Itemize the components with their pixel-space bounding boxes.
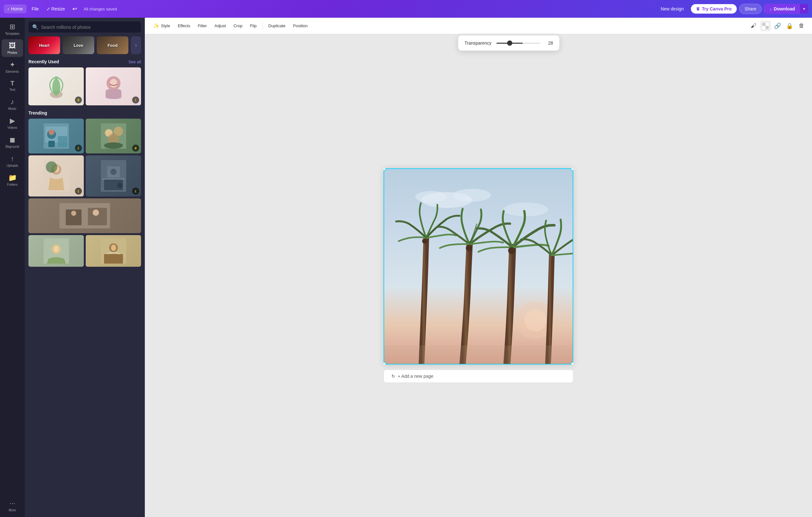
sidebar-item-label: Music bbox=[8, 107, 17, 110]
category-food-label: Food bbox=[108, 43, 118, 48]
elements-icon: ✦ bbox=[9, 61, 15, 69]
see-all-button[interactable]: See all bbox=[128, 59, 141, 64]
duplicate-button[interactable]: Duplicate bbox=[265, 22, 289, 30]
search-icon: 🔍 bbox=[32, 24, 38, 30]
sidebar-item-label: Folders bbox=[7, 183, 18, 186]
recently-used-photo-2[interactable]: £ bbox=[86, 67, 141, 105]
trending-photo-2[interactable]: ♛ bbox=[86, 119, 141, 154]
palm-svg bbox=[383, 168, 573, 364]
sidebar-item-label: Videos bbox=[8, 126, 17, 129]
style-label: Style bbox=[161, 23, 170, 28]
sidebar-item-templates[interactable]: ⊞ Templates bbox=[2, 20, 23, 38]
svg-point-30 bbox=[53, 246, 59, 252]
resize-button[interactable]: ⤢ Resize bbox=[44, 4, 68, 13]
search-input[interactable] bbox=[41, 25, 137, 30]
download-dropdown-button[interactable]: ▾ bbox=[800, 4, 808, 13]
trending-badge-4: £ bbox=[132, 188, 139, 195]
transparency-value: 28 bbox=[546, 40, 553, 46]
photos-icon: 🖼 bbox=[9, 42, 16, 50]
svg-point-27 bbox=[93, 210, 99, 216]
share-button[interactable]: Share bbox=[739, 4, 762, 14]
trending-photo-5[interactable] bbox=[28, 198, 141, 233]
try-pro-button[interactable]: ♛ Try Canva Pro bbox=[691, 4, 737, 13]
delete-button[interactable]: 🗑 bbox=[796, 21, 807, 31]
undo-button[interactable]: ↩ bbox=[70, 3, 80, 14]
svg-point-6 bbox=[49, 129, 54, 135]
text-icon: T bbox=[10, 80, 14, 87]
add-page-label: + Add a new page bbox=[398, 374, 434, 379]
background-icon: ◼ bbox=[9, 136, 15, 144]
sidebar-item-text[interactable]: T Text bbox=[2, 77, 23, 94]
copy-style-icon: 🖌 bbox=[751, 23, 756, 29]
category-strip: Heart Love Food › bbox=[25, 36, 145, 58]
sidebar-item-music[interactable]: ♪ Music bbox=[2, 95, 23, 113]
svg-point-13 bbox=[104, 142, 123, 149]
svg-rect-35 bbox=[762, 23, 765, 26]
adjust-button[interactable]: Adjust bbox=[211, 22, 229, 30]
style-button[interactable]: ✨ Style bbox=[150, 21, 173, 31]
sidebar-item-photos[interactable]: 🖼 Photos bbox=[2, 39, 23, 57]
trending-photo-3[interactable]: £ bbox=[28, 155, 84, 196]
pro-badge-2: £ bbox=[132, 97, 139, 104]
svg-point-48 bbox=[508, 247, 515, 254]
crop-button[interactable]: Crop bbox=[230, 22, 245, 30]
flip-button[interactable]: Flip bbox=[247, 22, 260, 30]
canvas[interactable]: ↻ bbox=[383, 168, 573, 364]
recently-used-photo-1[interactable]: ♛ bbox=[28, 67, 84, 105]
svg-rect-37 bbox=[765, 23, 769, 26]
trending-photo-6[interactable] bbox=[28, 235, 84, 267]
sidebar-item-uploads[interactable]: ↑ Uploads bbox=[2, 152, 23, 170]
sidebar-item-elements[interactable]: ✦ Elements bbox=[2, 58, 23, 76]
trending-photo-4[interactable]: £ bbox=[86, 155, 141, 196]
sidebar-item-videos[interactable]: ▶ Videos bbox=[2, 114, 23, 132]
transparency-button[interactable] bbox=[760, 21, 771, 31]
new-design-button[interactable]: New design bbox=[656, 4, 688, 13]
pro-badge-1: ♛ bbox=[75, 97, 82, 104]
trending-photo-7[interactable] bbox=[86, 235, 141, 267]
svg-point-41 bbox=[524, 309, 546, 331]
sidebar-item-folders[interactable]: 📁 Folders bbox=[2, 171, 23, 189]
recently-used-grid: ♛ £ bbox=[28, 67, 141, 105]
svg-point-33 bbox=[111, 245, 116, 251]
crop-label: Crop bbox=[233, 23, 242, 28]
trash-icon: 🗑 bbox=[799, 23, 804, 29]
canvas-area: ↻ ↻ + Add a new page bbox=[145, 34, 812, 517]
svg-rect-36 bbox=[765, 26, 769, 29]
sidebar-item-label: Bkground bbox=[6, 145, 19, 148]
copy-style-button[interactable]: 🖌 bbox=[748, 21, 759, 31]
svg-rect-49 bbox=[383, 346, 573, 364]
category-food[interactable]: Food bbox=[97, 36, 128, 54]
sidebar-item-label: Templates bbox=[5, 32, 20, 35]
effects-button[interactable]: Effects bbox=[175, 22, 194, 30]
position-button[interactable]: Position bbox=[290, 22, 311, 30]
file-button[interactable]: File bbox=[29, 4, 41, 13]
resize-label: Resize bbox=[52, 6, 65, 11]
trending-badge-1: £ bbox=[75, 144, 82, 152]
category-heart[interactable]: Heart bbox=[28, 36, 60, 54]
svg-point-2 bbox=[110, 79, 117, 88]
home-button[interactable]: ‹ Home bbox=[4, 4, 27, 13]
link-button[interactable]: 🔗 bbox=[772, 21, 783, 31]
sidebar-item-label: Uploads bbox=[7, 164, 18, 167]
recently-used-title: Recently Used bbox=[28, 59, 59, 64]
sidebar-item-background[interactable]: ◼ Bkground bbox=[2, 133, 23, 151]
sidebar-item-label: More bbox=[9, 509, 16, 512]
transparency-dropdown: Transparency 28 bbox=[458, 35, 559, 51]
download-button[interactable]: ↓ Download bbox=[764, 4, 800, 14]
chevron-left-icon: ‹ bbox=[8, 6, 9, 11]
lock-icon: 🔒 bbox=[786, 23, 793, 29]
transparency-slider[interactable] bbox=[496, 43, 541, 44]
sidebar-item-more[interactable]: ··· More bbox=[2, 497, 23, 514]
lock-button[interactable]: 🔒 bbox=[784, 21, 795, 31]
transparency-slider-wrap bbox=[496, 43, 541, 44]
trending-photo-1[interactable]: £ bbox=[28, 119, 84, 154]
crown-icon: ♛ bbox=[696, 6, 700, 11]
category-next-button[interactable]: › bbox=[131, 36, 141, 54]
category-love[interactable]: Love bbox=[63, 36, 94, 54]
canvas-wrapper: ↻ ↻ + Add a new page bbox=[383, 168, 573, 383]
add-page-button[interactable]: ↻ + Add a new page bbox=[383, 370, 573, 383]
link-icon: 🔗 bbox=[774, 23, 781, 29]
filter-button[interactable]: Filter bbox=[195, 22, 210, 30]
folders-icon: 📁 bbox=[8, 174, 17, 182]
svg-point-43 bbox=[453, 189, 491, 201]
